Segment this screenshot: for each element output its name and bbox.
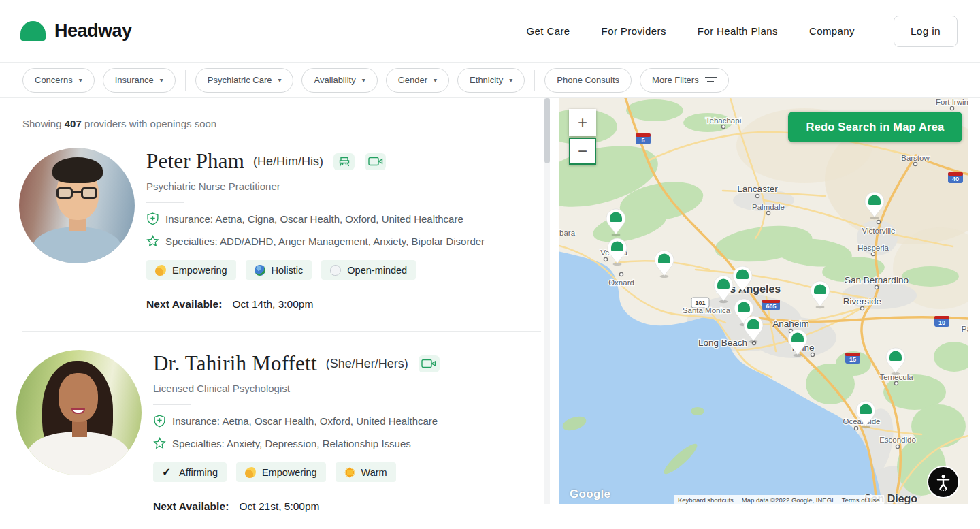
muscle-icon [245,467,256,478]
globe-icon [255,265,265,276]
trait-badges: Empowering Holistic Open-minded [146,260,538,280]
city-dot [877,220,880,223]
insurance-text: Insurance: Aetna, Oscar Health, Oxford, … [172,415,438,427]
insurance-row: Insurance: Aetna, Oscar Health, Oxford, … [153,415,544,428]
shield-plus-icon [153,415,166,428]
insurance-text: Insurance: Aetna, Cigna, Oscar Health, O… [165,213,463,225]
star-icon [146,235,159,248]
redo-search-button[interactable]: Redo Search in Map Area [788,112,962,142]
city-label: Palmdale [752,203,785,211]
star-icon [153,437,166,450]
city-dot [875,285,878,289]
city-dot [913,162,917,165]
specialties-row: Specialties: Anxiety, Depression, Relati… [153,437,544,450]
shield-plus-icon [146,212,159,225]
city-dot [854,426,858,430]
map-canvas[interactable]: 5401016051015Fort IrwinTehachapiBarstowL… [559,98,968,504]
filter-more-filters[interactable]: More Filters [640,68,729,93]
filter-availability[interactable]: Availability▾ [301,68,377,93]
nav-for-health-plans[interactable]: For Health Plans [698,25,778,37]
city-label: Long Beach [698,338,747,348]
nav-links: Get Care For Providers For Health Plans … [527,25,855,37]
filter-ethnicity[interactable]: Ethnicity▾ [457,68,525,93]
scrollbar-thumb[interactable] [544,98,550,163]
accessibility-button[interactable] [927,466,960,498]
filter-gender[interactable]: Gender▾ [386,68,449,93]
city-label: Hesperia [858,244,889,252]
highway-shield: 10 [934,316,949,327]
google-logo[interactable]: Google [570,487,610,501]
terms-of-use-link[interactable]: Terms of Use [838,495,884,504]
highway-shield: 605 [762,300,780,310]
chevron-down-icon: ▾ [362,76,365,84]
filter-phone-consults[interactable]: Phone Consults [544,68,632,93]
trait-badge: Holistic [246,260,312,280]
check-icon [162,467,173,478]
filter-bar: Concerns▾ Insurance▾ Psychiatric Care▾ A… [0,63,980,98]
provider-name[interactable]: Peter Pham [146,149,244,174]
divider [146,202,184,203]
specialties-row: Specialties: ADD/ADHD, Anger Management,… [146,235,538,248]
keyboard-shortcuts-link[interactable]: Keyboard shortcuts [674,495,738,504]
specialties-text: Specialties: ADD/ADHD, Anger Management,… [165,236,485,247]
city-dot [755,194,759,197]
filter-insurance[interactable]: Insurance▾ [103,68,176,93]
city-dot [950,106,953,110]
city-label: San Bernardino [845,275,909,285]
next-available: Next Available: Oct 21st, 5:00pm [153,500,544,513]
city-label: Palm Springs [962,325,968,333]
city-label: Barstow [901,154,930,162]
nav-company[interactable]: Company [809,25,855,37]
specialties-text: Specialties: Anxiety, Depression, Relati… [172,438,411,449]
svg-text:101: 101 [695,300,705,306]
provider-card[interactable]: Dr. Tahirih Moffett (She/Her/Hers) Licen… [0,350,550,513]
filter-concerns[interactable]: Concerns▾ [22,68,95,93]
provider-title: Psychiatric Nurse Practitioner [146,180,538,192]
city-label: Victorville [862,227,896,235]
map-data-text: Map data ©2022 Google, INEGI [738,495,838,504]
provider-photo[interactable] [19,148,135,263]
zoom-out-button[interactable]: − [569,138,596,165]
video-icon [419,355,440,372]
chevron-down-icon: ▾ [79,76,82,84]
next-available: Next Available: Oct 14th, 3:00pm [146,298,538,310]
nav-divider [877,15,877,48]
city-dot [721,125,725,128]
nav-get-care[interactable]: Get Care [527,25,570,37]
city-dot [604,257,607,261]
trait-badge: Affirming [153,462,227,482]
card-divider [22,331,541,332]
next-available-value: Oct 21st, 5:00pm [239,500,319,513]
provider-photo[interactable] [16,350,142,475]
filter-lines-icon [705,76,717,84]
filter-divider [185,70,186,91]
trait-badge: Empowering [236,462,326,482]
nav-for-providers[interactable]: For Providers [602,25,666,37]
provider-pronouns: (He/Him/His) [253,155,323,169]
provider-card[interactable]: Peter Pham (He/Him/His) Psychiatric Nurs… [0,148,550,310]
city-dot [766,211,770,214]
city-dot [811,353,814,356]
zoom-in-button[interactable]: + [569,109,596,136]
thought-balloon-icon [330,265,341,276]
brand-name: Headway [54,20,132,42]
muscle-icon [155,265,166,276]
svg-text:605: 605 [766,303,776,310]
svg-text:10: 10 [938,319,945,326]
headway-logo-icon [20,21,46,41]
city-dot [619,272,623,276]
filter-psychiatric-care[interactable]: Psychiatric Care▾ [195,68,294,93]
city-label: Riverside [843,296,881,306]
city-label: Santa Barbara [559,229,576,237]
svg-text:5: 5 [641,137,644,144]
login-button[interactable]: Log in [894,16,958,47]
svg-text:15: 15 [849,356,856,363]
headway-logo[interactable]: Headway [20,20,132,42]
chevron-down-icon: ▾ [278,76,281,84]
list-scrollbar[interactable] [544,98,550,504]
provider-name[interactable]: Dr. Tahirih Moffett [153,351,317,376]
sun-icon [344,467,355,478]
city-label: Fort Irwin [936,98,968,106]
highway-shield: 40 [948,172,963,183]
provider-pronouns: (She/Her/Hers) [326,357,408,371]
